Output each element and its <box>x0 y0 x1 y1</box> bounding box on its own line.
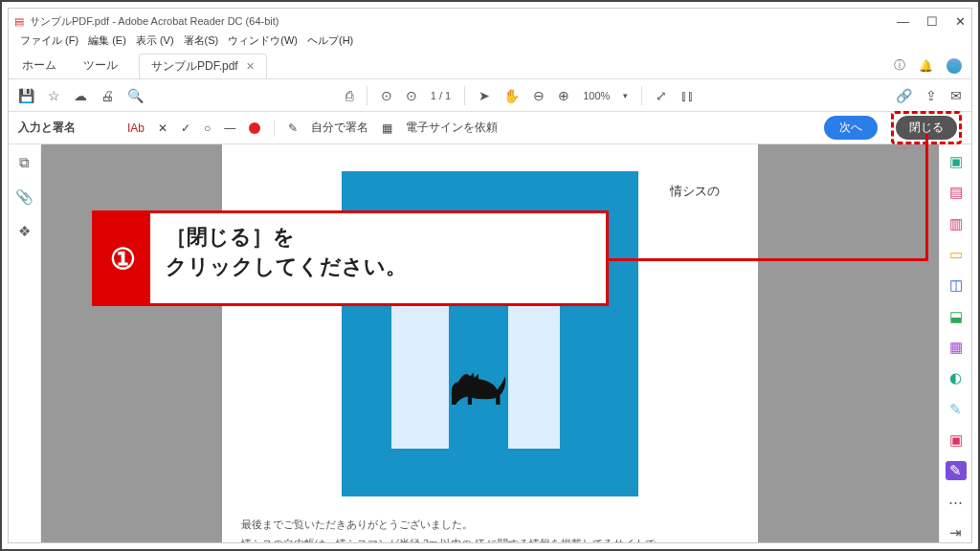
maximize-button[interactable]: ☐ <box>926 14 938 29</box>
page-down-icon[interactable]: ⊙ <box>406 88 417 103</box>
window-title: サンプルPDF.pdf - Adobe Acrobat Reader DC (6… <box>30 14 278 29</box>
callout-connector <box>609 258 928 261</box>
print-icon[interactable]: 🖨 <box>100 88 114 103</box>
tool-export[interactable]: ▤ <box>946 183 967 202</box>
tool-collapse[interactable]: ⇥ <box>946 523 967 542</box>
body-line1: 最後までご覧いただきありがとうございました。 <box>241 516 739 535</box>
tool-create[interactable]: ▣ <box>946 152 967 171</box>
tab-tools[interactable]: ツール <box>70 57 131 74</box>
hand-icon[interactable]: ✋ <box>503 88 520 103</box>
tab-close-icon[interactable]: ✕ <box>246 60 255 73</box>
tool-fillsign-active[interactable]: ✎ <box>946 461 967 480</box>
cat-icon <box>445 363 512 410</box>
fit-icon[interactable]: ⤢ <box>656 88 667 103</box>
text-tool[interactable]: IAb <box>127 121 145 135</box>
help-icon[interactable]: ⓘ <box>894 57 905 74</box>
main-toolbar: 💾 ☆ ☁ 🖨 🔍 ⎙ ⊙ ⊙ 1 / 1 ➤ ✋ ⊖ ⊕ 100%▾ ⤢ ⫿⫿… <box>9 79 971 112</box>
tab-strip: ホーム ツール サンプルPDF.pdf ✕ ⓘ 🔔 <box>9 53 971 79</box>
link-icon[interactable]: 🔗 <box>896 88 912 103</box>
tool-edit[interactable]: ▥ <box>946 214 967 233</box>
menu-edit[interactable]: 編集 (E) <box>84 33 130 53</box>
x-mark-tool[interactable]: ✕ <box>158 121 167 135</box>
snapshot-icon[interactable]: ⎙ <box>345 88 353 103</box>
cloud-icon[interactable]: ☁ <box>74 88 87 103</box>
callout-text: ［閉じる］をクリックしてください。 <box>150 213 606 303</box>
mail-icon[interactable]: ✉ <box>950 88 962 103</box>
pdf-icon: ▤ <box>14 15 24 28</box>
tool-organize[interactable]: ◫ <box>946 276 967 295</box>
right-rail: ▣ ▤ ▥ ▭ ◫ ⬓ ▦ ◐ ✎ ▣ ✎ ⋯ ⇥ <box>939 144 971 542</box>
avatar[interactable] <box>947 58 962 74</box>
request-sign-button[interactable]: 電子サインを依頼 <box>406 120 498 136</box>
page-current[interactable]: 1 <box>431 90 436 101</box>
tab-document-label: サンプルPDF.pdf <box>151 58 238 75</box>
save-icon[interactable]: 💾 <box>18 88 34 103</box>
pen-icon: ✎ <box>288 121 298 135</box>
zoom-level[interactable]: 100% <box>583 90 610 101</box>
menu-view[interactable]: 表示 (V) <box>132 33 178 53</box>
line-tool[interactable]: — <box>224 121 235 135</box>
thumbnails-icon[interactable]: ⧉ <box>19 154 30 171</box>
tool-stamp[interactable]: ▣ <box>946 430 967 450</box>
tab-document[interactable]: サンプルPDF.pdf ✕ <box>139 54 267 78</box>
search-icon[interactable]: 🔍 <box>127 88 144 103</box>
page-up-icon[interactable]: ⊙ <box>381 88 392 103</box>
share-icon[interactable]: ⇪ <box>925 88 937 103</box>
next-button[interactable]: 次へ <box>824 116 878 140</box>
page-total: 1 <box>445 90 451 101</box>
menu-help[interactable]: ヘルプ(H) <box>303 33 357 53</box>
instruction-callout: ① ［閉じる］をクリックしてください。 <box>92 210 609 306</box>
fill-sign-title: 入力と署名 <box>18 120 76 136</box>
body-line2: 情シスの自由帳は、情シスマンが半径 3m 以内の IT に関する情報を掲載してる… <box>241 535 739 542</box>
tool-more[interactable]: ⋯ <box>946 492 967 511</box>
callout-number: ① <box>95 213 150 303</box>
fill-sign-bar: 入力と署名 IAb ✕ ✓ ○ — ✎ 自分で署名 ▦ 電子サインを依頼 次へ … <box>9 112 971 144</box>
dot-tool[interactable] <box>249 122 260 134</box>
zoom-in-icon[interactable]: ⊕ <box>558 88 569 103</box>
callout-connector <box>925 134 928 261</box>
pdf-page: 情シスの 最後までご覧いただきありがとうございました。 情シスの自由帳は、情シス… <box>222 144 758 542</box>
tool-protect[interactable]: ◐ <box>946 368 967 387</box>
window-titlebar: ▤ サンプルPDF.pdf - Adobe Acrobat Reader DC … <box>9 9 971 33</box>
menubar: ファイル (F) 編集 (E) 表示 (V) 署名(S) ウィンドウ(W) ヘル… <box>9 33 971 53</box>
left-rail: ⧉ 📎 ❖ <box>9 144 41 542</box>
josys-text: 情シスの <box>670 183 720 200</box>
menu-window[interactable]: ウィンドウ(W) <box>224 33 301 53</box>
zoom-out-icon[interactable]: ⊖ <box>533 88 545 103</box>
select-icon[interactable]: ➤ <box>479 88 490 103</box>
menu-file[interactable]: ファイル (F) <box>16 33 82 53</box>
circle-tool[interactable]: ○ <box>204 121 211 135</box>
tool-measure[interactable]: ✎ <box>946 400 967 419</box>
tool-compress[interactable]: ⬓ <box>946 307 967 326</box>
self-sign-button[interactable]: 自分で署名 <box>311 120 368 136</box>
tool-redact[interactable]: ▦ <box>946 338 967 357</box>
doc-icon: ▦ <box>382 121 392 135</box>
layers-icon[interactable]: ❖ <box>18 223 31 240</box>
read-mode-icon[interactable]: ⫿⫿ <box>680 88 694 103</box>
tool-comment[interactable]: ▭ <box>946 245 967 264</box>
check-tool[interactable]: ✓ <box>181 121 190 135</box>
bell-icon[interactable]: 🔔 <box>919 59 933 73</box>
menu-sign[interactable]: 署名(S) <box>180 33 223 53</box>
document-canvas[interactable]: 情シスの 最後までご覧いただきありがとうございました。 情シスの自由帳は、情シス… <box>41 144 939 542</box>
minimize-button[interactable]: — <box>897 14 909 29</box>
attachments-icon[interactable]: 📎 <box>15 188 33 206</box>
close-window-button[interactable]: ✕ <box>955 14 966 29</box>
star-icon[interactable]: ☆ <box>48 88 60 103</box>
tab-home[interactable]: ホーム <box>9 57 70 74</box>
